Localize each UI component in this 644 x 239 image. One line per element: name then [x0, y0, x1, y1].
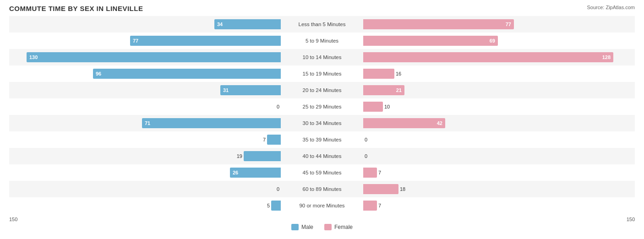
female-value-0: 77	[506, 22, 511, 27]
row-label-2: 10 to 14 Minutes	[302, 54, 341, 60]
bar-chart-area: 34 Less than 5 Minutes 77 77 5 to 9 Minu…	[9, 16, 635, 214]
row-label-6: 30 to 34 Minutes	[302, 120, 341, 126]
bar-male-0: 34	[214, 19, 281, 29]
male-value-9: 26	[233, 170, 238, 175]
left-side-5: 0	[9, 98, 322, 115]
male-value-8: 19	[237, 153, 242, 159]
left-side-2: 130	[9, 49, 322, 65]
female-value-4: 21	[396, 87, 402, 93]
bar-female-1: 69	[363, 36, 498, 46]
legend-male-box	[291, 224, 299, 230]
male-value-10: 0	[277, 186, 279, 192]
bar-row: 71 30 to 34 Minutes 42	[9, 115, 635, 131]
bar-row: 7 35 to 39 Minutes 0	[9, 131, 635, 148]
left-side-4: 31	[9, 82, 322, 98]
left-side-7: 7	[9, 131, 322, 148]
bar-male-7: 7	[267, 135, 281, 145]
row-label-3: 15 to 19 Minutes	[302, 71, 341, 76]
bar-row: 96 15 to 19 Minutes 16	[9, 65, 635, 82]
bar-row: 19 40 to 44 Minutes 0	[9, 148, 635, 164]
bar-row: 31 20 to 24 Minutes 21	[9, 82, 635, 98]
left-side-3: 96	[9, 65, 322, 82]
left-side-11: 5	[9, 197, 322, 214]
bar-male-6: 71	[142, 118, 281, 128]
row-label-4: 20 to 24 Minutes	[302, 87, 341, 93]
bar-female-4: 21	[363, 85, 404, 95]
left-side-1: 77	[9, 33, 322, 49]
female-value-8: 0	[365, 153, 367, 159]
female-value-3: 16	[396, 71, 401, 76]
bar-male-2: 130	[27, 52, 281, 62]
female-value-6: 42	[437, 120, 442, 126]
row-label-11: 90 or more Minutes	[299, 203, 344, 208]
bar-female-3: 16	[363, 69, 394, 79]
left-side-6: 71	[9, 115, 322, 131]
bar-female-6: 42	[363, 118, 445, 128]
bar-row: 34 Less than 5 Minutes 77	[9, 16, 635, 33]
bar-row: 130 10 to 14 Minutes 128	[9, 49, 635, 65]
male-value-7: 7	[263, 137, 266, 142]
bar-row: 0 60 to 89 Minutes 18	[9, 181, 635, 197]
right-side-2: 128	[322, 49, 613, 65]
bar-male-1: 77	[130, 36, 281, 46]
male-value-4: 31	[223, 87, 229, 93]
left-side-10: 0	[9, 181, 322, 197]
male-value-2: 130	[29, 54, 38, 60]
source-label: Source: ZipAtlas.com	[587, 5, 635, 10]
legend-female-box	[324, 224, 332, 230]
male-value-3: 96	[96, 71, 101, 76]
row-label-9: 45 to 59 Minutes	[302, 170, 341, 175]
bar-male-3: 96	[93, 69, 281, 79]
bar-female-2: 128	[363, 52, 613, 62]
male-value-6: 71	[145, 120, 150, 126]
bar-male-4: 31	[220, 85, 281, 95]
legend: Male Female	[9, 224, 635, 230]
chart-title: COMMUTE TIME BY SEX IN LINEVILLE	[9, 5, 635, 12]
female-value-2: 128	[602, 54, 611, 60]
female-value-5: 10	[384, 104, 390, 109]
male-value-11: 5	[267, 203, 270, 208]
bar-male-11: 5	[271, 201, 281, 211]
row-label-7: 35 to 39 Minutes	[302, 137, 341, 142]
bar-male-8: 19	[244, 151, 281, 161]
bar-row: 0 25 to 29 Minutes 10	[9, 98, 635, 115]
female-value-11: 7	[378, 203, 381, 208]
bar-row: 26 45 to 59 Minutes 7	[9, 164, 635, 181]
bar-male-9: 26	[230, 168, 281, 178]
female-value-1: 69	[490, 38, 495, 43]
bar-female-0: 77	[363, 19, 514, 29]
row-label-8: 40 to 44 Minutes	[302, 153, 341, 159]
bar-female-10: 18	[363, 184, 398, 194]
row-label-10: 60 to 89 Minutes	[302, 186, 341, 192]
legend-female: Female	[324, 224, 353, 230]
axis-bottom: 150 150	[9, 215, 635, 222]
female-value-7: 0	[365, 137, 367, 142]
left-side-9: 26	[9, 164, 322, 181]
male-value-5: 0	[277, 104, 279, 109]
bar-female-9: 7	[363, 168, 377, 178]
bar-female-5: 10	[363, 102, 383, 112]
legend-female-label: Female	[334, 224, 353, 230]
axis-right-label: 150	[627, 217, 635, 222]
female-value-10: 18	[400, 186, 405, 192]
bar-row: 5 90 or more Minutes 7	[9, 197, 635, 214]
female-value-9: 7	[378, 170, 381, 175]
axis-left-label: 150	[9, 217, 17, 222]
chart-container: COMMUTE TIME BY SEX IN LINEVILLE Source:…	[0, 0, 644, 239]
right-side-0: 77	[322, 16, 514, 33]
row-label-1: 5 to 9 Minutes	[306, 38, 338, 43]
male-value-1: 77	[133, 38, 138, 43]
row-label-5: 25 to 29 Minutes	[302, 104, 341, 109]
male-value-0: 34	[217, 22, 223, 27]
row-label-0: Less than 5 Minutes	[299, 22, 346, 27]
left-side-0: 34	[9, 16, 322, 33]
bar-female-11: 7	[363, 201, 377, 211]
legend-male-label: Male	[301, 224, 313, 230]
legend-male: Male	[291, 224, 313, 230]
bar-row: 77 5 to 9 Minutes 69	[9, 33, 635, 49]
right-side-1: 69	[322, 33, 498, 49]
left-side-8: 19	[9, 148, 322, 164]
